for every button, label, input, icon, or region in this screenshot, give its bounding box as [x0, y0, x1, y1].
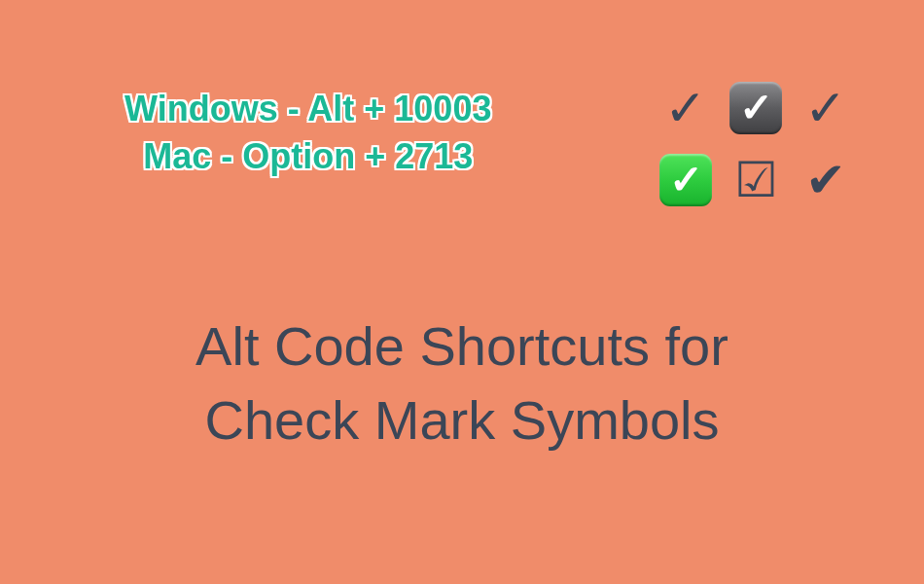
windows-shortcut: Windows - Alt + 10003 [124, 86, 491, 133]
mac-shortcut: Mac - Option + 2713 [124, 133, 491, 181]
ballot-box-with-check-icon: ☑ [726, 150, 786, 210]
title-line-1: Alt Code Shortcuts for [0, 310, 924, 383]
heavy-check-mark-icon: ✔ [796, 150, 856, 210]
white-heavy-check-mark-box-icon: ✓ [726, 78, 786, 138]
keyboard-shortcuts: Windows - Alt + 10003 Mac - Option + 271… [124, 86, 491, 180]
check-mark-button-green-icon: ✓ [656, 150, 716, 210]
check-mark-icon: ✓ [656, 78, 716, 138]
title-line-2: Check Mark Symbols [0, 383, 924, 457]
check-mark-icon: ✓ [796, 78, 856, 138]
page-title: Alt Code Shortcuts for Check Mark Symbol… [0, 310, 924, 456]
check-symbols-grid: ✓ ✓ ✓ ✓ ☑ ✔ [654, 76, 858, 212]
